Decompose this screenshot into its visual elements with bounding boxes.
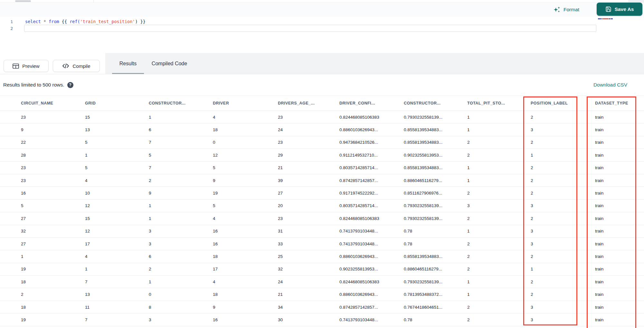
cell: 30 xyxy=(273,317,335,322)
code-line[interactable]: 2 xyxy=(0,25,644,32)
results-info-bar: Results limited to 500 rows. ? Download … xyxy=(0,74,644,96)
tab-divider xyxy=(93,0,94,3)
column-header: TOTAL_PIT_STO... xyxy=(462,101,526,105)
cell: 2 xyxy=(16,292,80,297)
cell: 2 xyxy=(462,153,526,158)
cell: train xyxy=(590,178,644,183)
cell: 0.7413793103448... xyxy=(335,241,399,246)
cell: 17 xyxy=(208,267,273,271)
cell: 0.78 xyxy=(399,241,462,246)
cell: 0.8860465116279... xyxy=(399,267,462,271)
results-table: CIRCUIT_NAMEGRIDCONSTRUCTOR...DRIVERDRIV… xyxy=(0,96,644,326)
cell: 3 xyxy=(526,203,590,208)
cell: 18 xyxy=(16,305,80,310)
cell: 18 xyxy=(208,254,273,259)
cell: 2 xyxy=(144,267,208,271)
cell: 0 xyxy=(208,140,273,145)
cell: 1 xyxy=(144,203,208,208)
column-header: DRIVER xyxy=(208,101,273,105)
cell: 3 xyxy=(144,241,208,246)
cell: 16 xyxy=(208,241,273,246)
cell: train xyxy=(590,140,644,145)
table-row: 2717316330.7413793103448...0.7823train xyxy=(0,238,644,250)
cell: 2 xyxy=(462,267,526,271)
cell: 2 xyxy=(526,216,590,221)
code-text: select * from {{ ref('train_test_positio… xyxy=(25,19,146,24)
cell: train xyxy=(590,241,644,246)
cell: train xyxy=(590,292,644,297)
save-as-button[interactable]: Save As xyxy=(597,3,642,16)
cell: 12 xyxy=(80,229,144,233)
sql-editor[interactable]: 1select * from {{ ref('train_test_positi… xyxy=(0,17,644,53)
sparkles-icon xyxy=(553,6,560,13)
compile-button[interactable]: Compile xyxy=(53,60,100,72)
cell: 2 xyxy=(526,178,590,183)
cell: 0.8558139534883... xyxy=(399,127,462,132)
table-row: 281512290.9112149532710...0.902325581395… xyxy=(0,149,644,161)
cell: 6 xyxy=(144,254,208,259)
cell: 1 xyxy=(462,127,526,132)
table-row: 213018210.8860103626943...0.781395348837… xyxy=(0,288,644,301)
cell: 34 xyxy=(273,305,335,310)
cell: 12 xyxy=(208,153,273,158)
cell: 2 xyxy=(526,254,590,259)
cell: 0.7413793103448... xyxy=(335,229,399,233)
cell: 3 xyxy=(144,317,208,322)
help-icon[interactable]: ? xyxy=(67,82,73,88)
cell: train xyxy=(590,115,644,120)
cell: train xyxy=(590,203,644,208)
download-csv-link[interactable]: Download CSV xyxy=(593,82,627,88)
tab-results[interactable]: Results xyxy=(112,53,144,74)
cell: 0.8742857142857... xyxy=(335,305,399,310)
cell: 19 xyxy=(16,267,80,271)
editor-toolbar: Format Save As xyxy=(0,3,644,17)
cell: 23 xyxy=(16,165,80,170)
cell: 24 xyxy=(273,127,335,132)
cell: 0.9112149532710... xyxy=(335,153,399,158)
cell: train xyxy=(590,305,644,310)
cell: 0.7813953488372... xyxy=(399,292,462,297)
cell: 1 xyxy=(16,254,80,259)
cell: 4 xyxy=(80,254,144,259)
table-row: 22570230.9473684210526...0.8558139534883… xyxy=(0,136,644,149)
table-row: 51215200.8035714285714...0.7930232558139… xyxy=(0,200,644,212)
save-as-label: Save As xyxy=(615,6,634,12)
cell: 23 xyxy=(273,216,335,221)
preview-label: Preview xyxy=(22,63,39,69)
cell: 0.8742857142857... xyxy=(335,178,399,183)
cell: 2 xyxy=(526,165,590,170)
cell: 0.8558139534883... xyxy=(399,254,462,259)
cell: 0.7930232558139... xyxy=(399,216,462,221)
cell: 3 xyxy=(526,127,590,132)
cell: 23 xyxy=(273,140,335,145)
cell: 31 xyxy=(273,229,335,233)
cell: 2 xyxy=(462,241,526,246)
preview-button[interactable]: Preview xyxy=(4,60,49,72)
code-icon xyxy=(62,63,69,69)
cell: 1 xyxy=(526,153,590,158)
cell: train xyxy=(590,127,644,132)
format-button[interactable]: Format xyxy=(553,4,579,15)
window-corner xyxy=(628,0,644,2)
cell: 15 xyxy=(80,115,144,120)
tab-compiled-code[interactable]: Compiled Code xyxy=(147,53,192,74)
cell: 13 xyxy=(80,292,144,297)
cell: 2 xyxy=(462,140,526,145)
cell: 2 xyxy=(526,115,590,120)
cell: 0.8511627906976... xyxy=(399,191,462,196)
cell: 0.9473684210526... xyxy=(335,140,399,145)
cell: 2 xyxy=(462,191,526,196)
cell: 0.7930232558139... xyxy=(399,279,462,284)
code-line[interactable]: 1select * from {{ ref('train_test_positi… xyxy=(0,18,644,25)
cell: 4 xyxy=(208,216,273,221)
cell: 5 xyxy=(144,153,208,158)
cell: 1 xyxy=(80,153,144,158)
cell: 32 xyxy=(16,229,80,233)
table-row: 271514230.8244680851063830.7930232558139… xyxy=(0,212,644,225)
code-lines: 1select * from {{ ref('train_test_positi… xyxy=(0,18,644,32)
cell: 0.8558139534883... xyxy=(399,165,462,170)
tab-strip-scrollbar[interactable] xyxy=(15,0,31,2)
cell: 4 xyxy=(208,115,273,120)
column-header: POSITION_LABEL xyxy=(526,101,590,105)
cell: 27 xyxy=(16,241,80,246)
